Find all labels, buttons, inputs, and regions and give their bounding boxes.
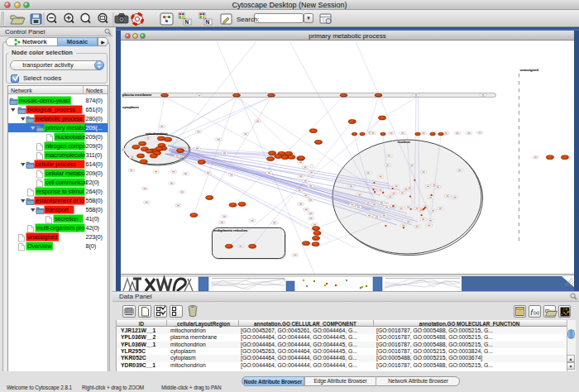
svg-text:22(0): 22(0) [86, 179, 99, 186]
svg-text:secretion: secretion [55, 215, 79, 222]
svg-text:nucleus: nucleus [398, 140, 411, 144]
svg-text:establishment of lo: establishment of lo [36, 197, 84, 204]
svg-text:614(0): 614(0) [86, 160, 103, 168]
svg-text:mitochondrion: mitochondrion [146, 131, 168, 136]
svg-text:8(0): 8(0) [86, 242, 96, 250]
svg-text:cellular metabo: cellular metabo [45, 170, 85, 177]
svg-text:874(0): 874(0) [86, 97, 103, 104]
svg-text:multi-organism pro: multi-organism pro [36, 224, 84, 232]
svg-text:macromolecule: macromolecule [45, 151, 85, 159]
svg-text:endoplasmic reticulum: endoplasmic reticulum [213, 228, 247, 232]
svg-text:nitrogen compo: nitrogen compo [45, 142, 86, 150]
svg-text:209(0): 209(0) [86, 142, 103, 150]
svg-text:280(0): 280(0) [86, 115, 103, 122]
svg-text:Overview: Overview [27, 242, 52, 250]
svg-text:558(0): 558(0) [86, 197, 103, 204]
svg-text:transport: transport [45, 206, 69, 213]
svg-text:223(0): 223(0) [86, 233, 103, 241]
svg-text:651(0): 651(0) [86, 106, 103, 113]
svg-text:558(0): 558(0) [86, 206, 103, 213]
svg-text:cellular process: cellular process [36, 160, 76, 168]
svg-text:mosaic-demo-yeast: mosaic-demo-yeast [19, 97, 70, 104]
svg-text:cytoplasm: cytoplasm [122, 105, 139, 109]
svg-text:264(0): 264(0) [86, 188, 103, 195]
svg-text:Search:: Search: [237, 16, 260, 23]
svg-text:(x): (x) [534, 310, 539, 315]
svg-text:biological_process: biological_process [27, 106, 75, 113]
svg-text:unassigned: unassigned [520, 68, 539, 72]
svg-text:N: N [206, 19, 210, 25]
svg-text:42(0): 42(0) [86, 224, 99, 232]
svg-text:N: N [185, 19, 189, 25]
svg-text:unassigned: unassigned [27, 233, 57, 241]
svg-text:311(0): 311(0) [86, 151, 103, 159]
svg-text:209(0): 209(0) [86, 170, 103, 177]
svg-text:primary metabo: primary metabo [45, 124, 86, 131]
svg-text:41(0): 41(0) [86, 215, 99, 222]
svg-text:plasma membrane: plasma membrane [122, 93, 152, 97]
svg-text:209(...: 209(... [86, 124, 103, 131]
svg-text:cell communicat: cell communicat [45, 179, 88, 186]
svg-text:response to stimul: response to stimul [36, 188, 84, 195]
svg-text:nucleobase-: nucleobase- [55, 133, 88, 141]
svg-text:metabolic process: metabolic process [36, 115, 83, 122]
svg-text:209(0): 209(0) [86, 133, 103, 141]
